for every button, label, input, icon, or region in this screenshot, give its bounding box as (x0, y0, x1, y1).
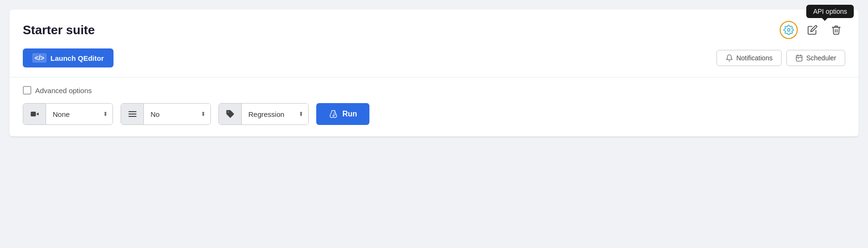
code-bracket-icon: </> (32, 53, 47, 63)
tag-select-group: Regression Smoke All ⬍ (218, 103, 309, 125)
video-icon-box (23, 104, 46, 124)
suite-title: Starter suite (23, 23, 95, 38)
svg-marker-7 (36, 113, 38, 116)
svg-point-12 (332, 115, 334, 116)
launch-qeditor-label: Launch QEditor (50, 54, 104, 62)
scheduler-label: Scheduler (806, 54, 836, 62)
api-options-button[interactable] (780, 21, 798, 39)
bell-icon (726, 54, 733, 62)
video-icon (30, 109, 39, 119)
tag-icon (226, 109, 235, 119)
tag-select[interactable]: Regression Smoke All (242, 104, 308, 124)
notifications-label: Notifications (736, 54, 773, 62)
delete-button[interactable] (827, 21, 845, 39)
action-row: </> Launch QEditor Notifications (9, 47, 859, 77)
lines-icon (128, 109, 137, 119)
options-row: Advanced options (9, 77, 859, 101)
scheduler-button[interactable]: Scheduler (786, 50, 845, 66)
svg-rect-1 (796, 56, 802, 61)
parallel-select-group: No Yes ⬍ (121, 103, 211, 125)
flask-icon (329, 109, 338, 119)
parallel-select[interactable]: No Yes (144, 104, 210, 124)
edit-button[interactable] (803, 21, 821, 39)
bottom-divider (9, 136, 859, 137)
run-button[interactable]: Run (316, 103, 369, 125)
video-select-group: None ⬍ (23, 103, 113, 125)
video-select-wrapper: None ⬍ (46, 104, 113, 124)
calendar-icon (795, 54, 803, 62)
parallel-icon-box (121, 104, 144, 124)
right-buttons: Notifications Scheduler (717, 50, 845, 66)
main-card: API options Starter suite (9, 10, 859, 137)
notifications-button[interactable]: Notifications (717, 50, 782, 66)
advanced-options-text: Advanced options (35, 86, 92, 95)
controls-row: None ⬍ No Yes ⬍ (9, 101, 859, 136)
advanced-options-checkbox[interactable] (23, 86, 31, 95)
advanced-options-label[interactable]: Advanced options (23, 86, 92, 95)
video-select[interactable]: None (46, 104, 113, 124)
trash-icon (831, 25, 841, 35)
tag-icon-box (219, 104, 242, 124)
run-label: Run (342, 110, 357, 118)
header-actions (780, 21, 845, 39)
edit-icon (807, 25, 818, 35)
svg-point-0 (787, 29, 790, 31)
header-row: Starter suite (9, 10, 859, 47)
bottom-bar (0, 137, 868, 151)
parallel-select-wrapper: No Yes ⬍ (144, 104, 210, 124)
svg-rect-6 (30, 112, 36, 116)
launch-qeditor-button[interactable]: </> Launch QEditor (23, 48, 113, 67)
gear-icon (783, 25, 794, 35)
tag-select-wrapper: Regression Smoke All ⬍ (242, 104, 308, 124)
api-options-tooltip: API options (806, 5, 854, 18)
